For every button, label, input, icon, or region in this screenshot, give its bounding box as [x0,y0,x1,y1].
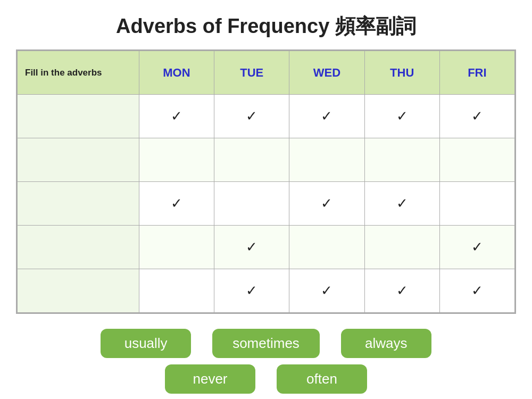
check-cell-row1-col3 [364,138,439,182]
frequency-table: Fill in the adverbs MON TUE WED THU FRI … [16,49,516,314]
word-chip-usually[interactable]: usually [101,329,191,358]
check-cell-row0-col3: ✓ [364,95,439,138]
word-chip-often[interactable]: often [277,364,367,394]
table-row: ✓✓ [18,226,515,269]
check-cell-row0-col2: ✓ [289,95,364,138]
check-cell-row1-col4 [439,138,514,182]
check-cell-row3-col0 [139,226,214,269]
check-cell-row3-col2 [289,226,364,269]
check-cell-row1-col0 [139,138,214,182]
check-mark: ✓ [171,108,182,124]
word-chip-never[interactable]: never [165,364,255,394]
col-header-fri: FRI [439,51,514,95]
table-row: ✓✓✓✓✓ [18,95,515,138]
check-mark: ✓ [471,282,483,298]
check-cell-row4-col1: ✓ [214,269,289,313]
answer-cell-row0[interactable] [18,95,139,138]
table-row: ✓✓✓ [18,182,515,226]
word-bank: usually sometimes always never often [16,329,516,394]
check-mark: ✓ [321,108,332,124]
answer-cell-row1[interactable] [18,138,139,182]
table-row: ✓✓✓✓ [18,269,515,313]
table-row [18,138,515,182]
col-header-thu: THU [364,51,439,95]
check-mark: ✓ [321,195,332,211]
answer-cell-row3[interactable] [18,226,139,269]
check-mark: ✓ [321,282,332,298]
table-header-row: Fill in the adverbs MON TUE WED THU FRI [18,51,515,95]
check-mark: ✓ [471,108,483,124]
check-cell-row2-col0: ✓ [139,182,214,226]
check-cell-row3-col1: ✓ [214,226,289,269]
check-mark: ✓ [471,239,483,255]
word-row-1: usually sometimes always [101,329,431,358]
word-row-2: never often [165,364,367,394]
check-cell-row4-col2: ✓ [289,269,364,313]
answer-cell-row4[interactable] [18,269,139,313]
check-cell-row0-col4: ✓ [439,95,514,138]
col-header-mon: MON [139,51,214,95]
col-header-wed: WED [289,51,364,95]
check-cell-row0-col1: ✓ [214,95,289,138]
check-cell-row2-col4 [439,182,514,226]
col-header-tue: TUE [214,51,289,95]
check-cell-row4-col4: ✓ [439,269,514,313]
check-mark: ✓ [396,195,408,211]
answer-cell-row2[interactable] [18,182,139,226]
check-cell-row2-col2: ✓ [289,182,364,226]
check-cell-row1-col1 [214,138,289,182]
check-cell-row4-col3: ✓ [364,269,439,313]
word-chip-sometimes[interactable]: sometimes [212,329,320,358]
check-mark: ✓ [246,282,257,298]
check-mark: ✓ [246,108,257,124]
check-cell-row3-col4: ✓ [439,226,514,269]
check-cell-row2-col3: ✓ [364,182,439,226]
check-cell-row4-col0 [139,269,214,313]
check-cell-row3-col3 [364,226,439,269]
check-cell-row2-col1 [214,182,289,226]
check-mark: ✓ [396,282,408,298]
check-mark: ✓ [246,239,257,255]
page-title: Adverbs of Frequency 頻率副詞 [116,13,416,40]
check-cell-row1-col2 [289,138,364,182]
first-col-header: Fill in the adverbs [18,51,139,95]
check-mark: ✓ [171,195,182,211]
check-cell-row0-col0: ✓ [139,95,214,138]
word-chip-always[interactable]: always [341,329,431,358]
check-mark: ✓ [396,108,408,124]
